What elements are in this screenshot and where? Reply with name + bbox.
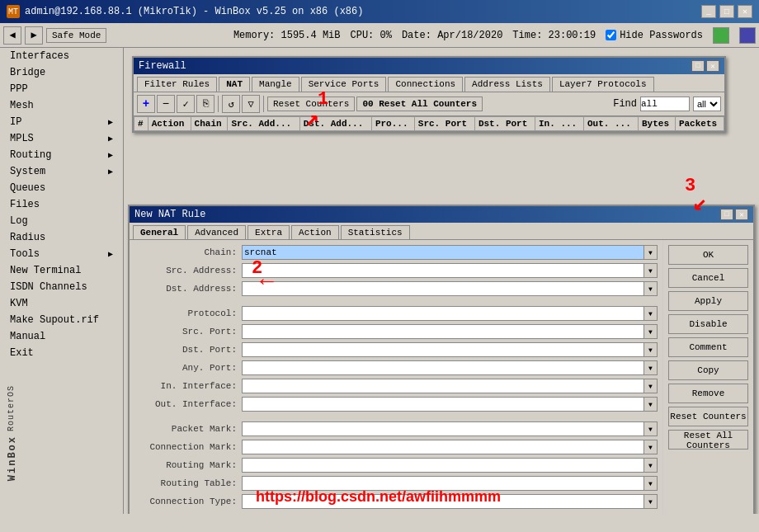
packet-mark-field[interactable]: ▼: [242, 421, 658, 436]
sidebar-item-kvm[interactable]: KVM: [0, 295, 123, 312]
reset-counters-button[interactable]: Reset Counters: [267, 97, 355, 111]
chain-input[interactable]: [243, 246, 644, 259]
tab-mangle[interactable]: Mangle: [252, 77, 299, 92]
tab-layer7[interactable]: Layer7 Protocols: [552, 77, 654, 92]
copy-rule-button[interactable]: ⎘: [196, 95, 214, 113]
nat-close-button[interactable]: ✕: [735, 209, 748, 220]
nat-window-controls[interactable]: □ ✕: [720, 209, 748, 220]
nat-minimize-button[interactable]: □: [720, 209, 733, 220]
sidebar-item-ip[interactable]: IP ▶: [0, 114, 123, 130]
title-bar-controls[interactable]: _ □ ✕: [701, 5, 752, 18]
remove-rule-button[interactable]: −: [157, 95, 175, 113]
tab-nat[interactable]: NAT: [219, 77, 250, 92]
src-address-field[interactable]: ▼: [242, 263, 658, 278]
routing-mark-field[interactable]: ▼: [242, 458, 658, 473]
add-rule-button[interactable]: +: [137, 95, 155, 113]
connection-type-input[interactable]: [243, 495, 644, 508]
sidebar-item-files[interactable]: Files: [0, 196, 123, 213]
back-button[interactable]: ◀: [3, 26, 21, 45]
chain-field[interactable]: ▼: [242, 245, 658, 260]
connection-mark-input[interactable]: [243, 440, 644, 454]
comment-button[interactable]: Comment: [668, 337, 748, 357]
reset-counters-button2[interactable]: Reset Counters: [668, 407, 748, 426]
maximize-button[interactable]: □: [719, 5, 734, 18]
copy-button[interactable]: Copy: [668, 360, 748, 380]
ok-button[interactable]: OK: [668, 245, 748, 265]
dst-port-input[interactable]: [243, 343, 644, 356]
firewall-minimize-button[interactable]: □: [691, 60, 705, 72]
routing-mark-arrow[interactable]: ▼: [644, 459, 657, 472]
connection-mark-arrow[interactable]: ▼: [644, 440, 657, 454]
sidebar-item-tools[interactable]: Tools ▶: [0, 246, 123, 262]
any-port-arrow[interactable]: ▼: [644, 361, 657, 374]
nat-tab-advanced[interactable]: Advanced: [187, 225, 246, 239]
sidebar-item-routing[interactable]: Routing ▶: [0, 147, 123, 163]
nat-tab-statistics[interactable]: Statistics: [341, 225, 410, 239]
routing-mark-input[interactable]: [243, 459, 644, 472]
in-interface-arrow[interactable]: ▼: [644, 379, 657, 393]
out-interface-arrow[interactable]: ▼: [644, 398, 657, 411]
sidebar-item-new-terminal[interactable]: New Terminal: [0, 262, 123, 279]
protocol-input[interactable]: [243, 307, 644, 320]
reset-all-counters-button2[interactable]: Reset All Counters: [668, 430, 748, 450]
hide-passwords-label[interactable]: Hide Passwords: [606, 30, 703, 41]
reset-all-counters-button[interactable]: 00 Reset All Counters: [356, 97, 483, 111]
apply-button[interactable]: Apply: [668, 291, 748, 311]
tab-connections[interactable]: Connections: [388, 77, 463, 92]
routing-table-arrow[interactable]: ▼: [644, 477, 657, 490]
sidebar-item-system[interactable]: System ▶: [0, 163, 123, 180]
tab-service-ports[interactable]: Service Ports: [301, 77, 387, 92]
cancel-button[interactable]: Cancel: [668, 268, 748, 288]
tab-address-lists[interactable]: Address Lists: [464, 77, 550, 92]
filter-button[interactable]: ▽: [242, 95, 260, 113]
sidebar-item-isdn[interactable]: ISDN Channels: [0, 279, 123, 295]
minimize-button[interactable]: _: [701, 5, 716, 18]
nat-tab-extra[interactable]: Extra: [248, 225, 290, 239]
nat-tab-general[interactable]: General: [133, 225, 186, 239]
src-address-arrow[interactable]: ▼: [644, 264, 657, 277]
firewall-close-button[interactable]: ✕: [706, 60, 719, 72]
nat-tab-action[interactable]: Action: [291, 225, 339, 239]
find-dropdown[interactable]: all: [693, 97, 721, 111]
src-address-input[interactable]: [243, 264, 644, 277]
hide-passwords-checkbox[interactable]: [606, 30, 616, 40]
out-interface-field[interactable]: ▼: [242, 397, 658, 412]
sidebar-item-interfaces[interactable]: Interfaces: [0, 48, 123, 64]
safe-mode-button[interactable]: Safe Mode: [46, 28, 106, 43]
tab-filter-rules[interactable]: Filter Rules: [137, 77, 217, 92]
packet-mark-arrow[interactable]: ▼: [644, 422, 657, 435]
disable-button[interactable]: Disable: [668, 314, 748, 334]
connection-type-field[interactable]: ▼: [242, 494, 658, 509]
connection-type-arrow[interactable]: ▼: [644, 495, 657, 508]
in-interface-input[interactable]: [243, 379, 644, 393]
sidebar-item-ppp[interactable]: PPP: [0, 81, 123, 97]
dst-port-field[interactable]: ▼: [242, 342, 658, 357]
src-port-arrow[interactable]: ▼: [644, 325, 657, 338]
sidebar-item-make-supout[interactable]: Make Supout.rif: [0, 312, 123, 328]
remove-button[interactable]: Remove: [668, 384, 748, 403]
find-input[interactable]: [640, 97, 690, 111]
protocol-arrow[interactable]: ▼: [644, 307, 657, 320]
chain-dropdown-arrow[interactable]: ▼: [644, 246, 657, 259]
packet-mark-input[interactable]: [243, 422, 644, 435]
sidebar-item-mpls[interactable]: MPLS ▶: [0, 130, 123, 147]
close-button[interactable]: ✕: [738, 5, 752, 18]
connection-mark-field[interactable]: ▼: [242, 440, 658, 454]
routing-table-input[interactable]: [243, 477, 644, 490]
any-port-input[interactable]: [243, 361, 644, 374]
reset-icon-button[interactable]: ↺: [222, 95, 240, 113]
forward-button[interactable]: ▶: [25, 26, 43, 45]
out-interface-input[interactable]: [243, 398, 644, 411]
dst-address-arrow[interactable]: ▼: [644, 282, 657, 295]
protocol-field[interactable]: ▼: [242, 306, 658, 321]
edit-rule-button[interactable]: ✓: [177, 95, 195, 113]
src-port-input[interactable]: [243, 325, 644, 338]
sidebar-item-mesh[interactable]: Mesh: [0, 97, 123, 114]
src-port-field[interactable]: ▼: [242, 324, 658, 339]
sidebar-item-radius[interactable]: Radius: [0, 229, 123, 246]
dst-port-arrow[interactable]: ▼: [644, 343, 657, 356]
sidebar-item-queues[interactable]: Queues: [0, 180, 123, 196]
firewall-window-controls[interactable]: □ ✕: [691, 60, 719, 72]
routing-table-field[interactable]: ▼: [242, 476, 658, 491]
sidebar-item-exit[interactable]: Exit: [0, 345, 123, 361]
